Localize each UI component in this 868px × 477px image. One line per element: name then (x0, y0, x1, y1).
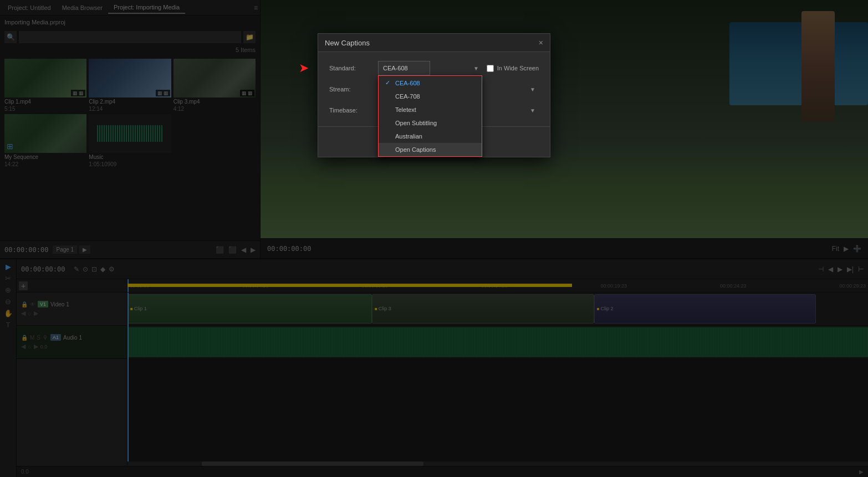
standard-label: Standard: (329, 65, 374, 71)
dropdown-label-open-captions: Open Captions (395, 146, 436, 153)
timebase-label: Timebase: (329, 107, 374, 114)
dropdown-item-open-captions[interactable]: Open Captions (379, 143, 482, 156)
dropdown-item-cea608[interactable]: ✓ CEA-608 (379, 76, 482, 90)
dropdown-item-cea708[interactable]: CEA-708 (379, 90, 482, 103)
dropdown-label-australian: Australian (395, 133, 422, 140)
app-layout: Project: Untitled Media Browser Project:… (0, 0, 868, 477)
wide-screen-label: In Wide Screen (497, 65, 539, 71)
standard-dropdown-menu: ✓ CEA-608 CEA-708 Teletext (378, 75, 482, 157)
dropdown-label-teletext: Teletext (395, 106, 416, 113)
standard-row: ➤ Standard: CEA-608 CEA-708 Teletext Ope… (329, 61, 539, 75)
checkmark-icon: ✓ (385, 79, 392, 86)
dropdown-item-teletext[interactable]: Teletext (379, 103, 482, 116)
stream-label: Stream: (329, 86, 374, 93)
new-captions-modal: New Captions × ➤ Standard: CEA-608 CEA-7… (318, 33, 550, 157)
wide-screen-row: In Wide Screen (487, 65, 539, 72)
dropdown-label-open-subtitling: Open Subtitling (395, 120, 437, 126)
modal-body: ➤ Standard: CEA-608 CEA-708 Teletext Ope… (318, 52, 550, 126)
modal-overlay: New Captions × ➤ Standard: CEA-608 CEA-7… (0, 0, 868, 477)
modal-close-button[interactable]: × (539, 38, 543, 47)
dropdown-label-cea608: CEA-608 (395, 80, 420, 86)
standard-select[interactable]: CEA-608 CEA-708 Teletext Open Subtitling… (378, 61, 430, 75)
dropdown-label-cea708: CEA-708 (395, 93, 420, 100)
wide-screen-checkbox[interactable] (487, 65, 494, 72)
stream-select-arrow: ▼ (530, 86, 535, 93)
dropdown-item-australian[interactable]: Australian (379, 130, 482, 143)
standard-select-wrapper: CEA-608 CEA-708 Teletext Open Subtitling… (378, 61, 482, 75)
timebase-select-arrow: ▼ (530, 107, 535, 114)
dropdown-item-open-subtitling[interactable]: Open Subtitling (379, 116, 482, 130)
red-arrow-indicator: ➤ (299, 61, 309, 75)
modal-title: New Captions (325, 39, 370, 47)
modal-title-bar: New Captions × (318, 34, 550, 52)
select-arrow-icon: ▼ (473, 65, 479, 71)
